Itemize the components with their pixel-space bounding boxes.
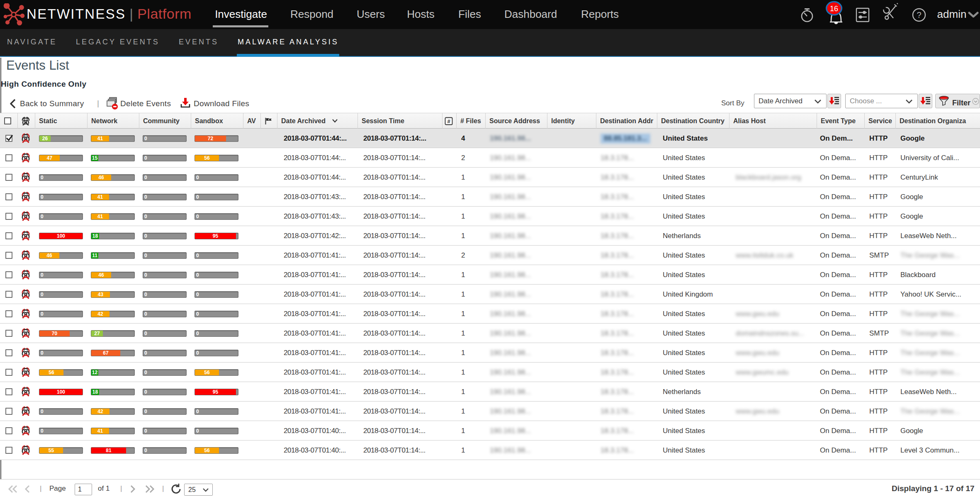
svg-text:?: ?: [917, 10, 921, 19]
svg-text:16: 16: [830, 5, 838, 13]
svg-text:#: #: [447, 118, 450, 124]
